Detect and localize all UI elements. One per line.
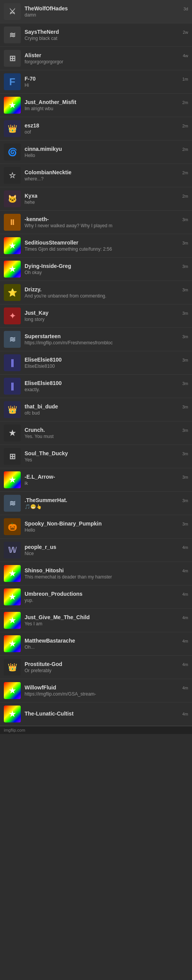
chat-item[interactable]: ★ Dying-Inside-Greg 3m Oh okay bbox=[0, 258, 192, 281]
chat-top: .TheSummerHat. 3m bbox=[25, 497, 188, 503]
chat-item[interactable]: ⭐ Drizzy. 3m And you're unbanned from co… bbox=[0, 281, 192, 304]
chat-item[interactable]: ☆ ColombianNecktie 2m where...? bbox=[0, 164, 192, 187]
chat-item[interactable]: 👑 esz18 2m oof bbox=[0, 117, 192, 140]
chat-item[interactable]: ★ Crunch. 3m Yes. You must bbox=[0, 421, 192, 445]
username: Drizzy. bbox=[25, 286, 41, 293]
chat-item[interactable]: ∥ EliseElsie8100 3m exactly. bbox=[0, 375, 192, 398]
chat-item[interactable]: ★ MatthewBastarache 4m Oh... bbox=[0, 632, 192, 656]
chat-content: -kenneth- 3m Why I never walked away? Wh… bbox=[25, 216, 188, 228]
last-message: https://imgflip.com/m/Freshmemesfrombloc bbox=[25, 340, 174, 345]
last-message: Times Gjon did something cute/funny: 2:5… bbox=[25, 246, 174, 252]
last-message: where...? bbox=[25, 176, 174, 182]
avatar: ≋ bbox=[4, 495, 21, 512]
chat-content: people_r_us 4m Nice bbox=[25, 544, 188, 556]
timestamp: 3m bbox=[182, 358, 188, 362]
username: TheWolfOfHades bbox=[25, 5, 68, 12]
chat-content: -E.L_Arrow- 3m ik bbox=[25, 474, 188, 486]
avatar: ★ bbox=[4, 612, 21, 629]
chat-top: cinna.mimikyu 2m bbox=[25, 146, 188, 152]
username: Alister bbox=[25, 52, 41, 58]
last-message: Hello bbox=[25, 153, 174, 158]
last-message: exactly. bbox=[25, 387, 174, 392]
avatar: ★ bbox=[4, 471, 21, 488]
chat-item[interactable]: ∥ EliseElsie8100 3m EliseElsie8100 bbox=[0, 351, 192, 375]
chat-top: Drizzy. 3m bbox=[25, 286, 188, 293]
timestamp: 3m bbox=[182, 264, 188, 269]
chat-item[interactable]: 𝕎 people_r_us 4m Nice bbox=[0, 539, 192, 562]
chat-item[interactable]: ★ -E.L_Arrow- 3m ik bbox=[0, 468, 192, 492]
chat-item[interactable]: ★ Just_Give_Me_The_Child 4m Yes I am bbox=[0, 609, 192, 632]
timestamp: 3m bbox=[182, 475, 188, 479]
chat-item[interactable]: ★ Just_Another_Misfit 2m Im alright wbu bbox=[0, 94, 192, 117]
chat-top: Soul_The_Ducky 3m bbox=[25, 450, 188, 456]
avatar: ⊞ bbox=[4, 50, 21, 67]
chat-item[interactable]: ≋ .TheSummerHat. 3m 🎵😁👆 bbox=[0, 492, 192, 515]
chat-item[interactable]: ★ Shinso_Hitoshi 4m This memechat is dea… bbox=[0, 562, 192, 585]
username: Prostitute-God bbox=[25, 661, 62, 667]
username: -kenneth- bbox=[25, 216, 49, 222]
timestamp: 4m bbox=[182, 615, 188, 620]
username: Umbreon_Productions bbox=[25, 591, 83, 597]
username: Dying-Inside-Greg bbox=[25, 263, 71, 269]
last-message: Hello bbox=[25, 527, 174, 533]
chat-content: The-Lunatic-Cultist 4m bbox=[25, 711, 188, 717]
chat-top: Alister 4w bbox=[25, 52, 188, 58]
chat-content: .TheSummerHat. 3m 🎵😁👆 bbox=[25, 497, 188, 509]
chat-item[interactable]: 👑 that_bi_dude 3m ofc bud bbox=[0, 398, 192, 421]
last-message: damn bbox=[25, 12, 174, 18]
chat-top: TheWolfOfHades 3d bbox=[25, 5, 188, 12]
footer-label: imgflip.com bbox=[4, 728, 25, 732]
chat-item[interactable]: ★ WillowfFluid 4m https://imgflip.com/m/… bbox=[0, 679, 192, 702]
username: cinna.mimikyu bbox=[25, 146, 62, 152]
chat-top: EliseElsie8100 3m bbox=[25, 380, 188, 386]
chat-top: Spooky_Non-Binary_Pumpkin 3m bbox=[25, 521, 188, 527]
chat-item[interactable]: F F-70 1m Hi bbox=[0, 70, 192, 94]
chat-item[interactable]: ✦ Just_Kay 3m long story bbox=[0, 304, 192, 328]
chat-content: MatthewBastarache 4m Oh... bbox=[25, 638, 188, 650]
avatar: 🎃 bbox=[4, 518, 21, 535]
chat-content: Alister 4w forgorgorgorgorgor bbox=[25, 52, 188, 64]
chat-item[interactable]: ★ The-Lunatic-Cultist 4m bbox=[0, 702, 192, 726]
chat-item[interactable]: 👑 Prostitute-God 4m Or preferably bbox=[0, 656, 192, 679]
chat-item[interactable]: ⊞ Alister 4w forgorgorgorgorgor bbox=[0, 47, 192, 70]
chat-item[interactable]: ≋ SaysTheNerd 2w Crying black cat bbox=[0, 23, 192, 47]
timestamp: 2m bbox=[182, 147, 188, 152]
chat-top: Just_Kay 3m bbox=[25, 310, 188, 316]
chat-content: TheWolfOfHades 3d damn bbox=[25, 5, 188, 18]
chat-item[interactable]: ★ SeditiousSteamroller 3m Times Gjon did… bbox=[0, 234, 192, 258]
last-message: yup. bbox=[25, 598, 174, 603]
last-message: Hi bbox=[25, 83, 174, 88]
chat-content: Prostitute-God 4m Or preferably bbox=[25, 661, 188, 673]
chat-content: WillowfFluid 4m https://imgflip.com/m/GS… bbox=[25, 684, 188, 697]
last-message: forgorgorgorgorgor bbox=[25, 59, 174, 64]
avatar: 👑 bbox=[4, 120, 21, 137]
chat-item[interactable]: ⊞ Soul_The_Ducky 3m Yes bbox=[0, 445, 192, 468]
last-message: Oh... bbox=[25, 645, 174, 650]
avatar: ≋ bbox=[4, 331, 21, 348]
username: Just_Give_Me_The_Child bbox=[25, 614, 90, 620]
username: SeditiousSteamroller bbox=[25, 240, 78, 246]
chat-top: F-70 1m bbox=[25, 76, 188, 82]
timestamp: 3m bbox=[182, 217, 188, 222]
chat-item[interactable]: ≋ Superstarteen 3m https://imgflip.com/m… bbox=[0, 328, 192, 351]
username: F-70 bbox=[25, 76, 36, 82]
chat-content: Just_Another_Misfit 2m Im alright wbu bbox=[25, 99, 188, 111]
chat-item[interactable]: 🐱 Kyxa 2m hehe bbox=[0, 187, 192, 211]
last-message: Im alright wbu bbox=[25, 106, 174, 111]
username: The-Lunatic-Cultist bbox=[25, 711, 74, 717]
chat-top: esz18 2m bbox=[25, 122, 188, 129]
chat-item[interactable]: 🌀 cinna.mimikyu 2m Hello bbox=[0, 140, 192, 164]
chat-top: -E.L_Arrow- 3m bbox=[25, 474, 188, 480]
avatar: F bbox=[4, 73, 21, 90]
chat-item[interactable]: 🎃 Spooky_Non-Binary_Pumpkin 3m Hello bbox=[0, 515, 192, 539]
chat-item[interactable]: ★ Umbreon_Productions 4m yup. bbox=[0, 585, 192, 609]
chat-item[interactable]: ⚔ TheWolfOfHades 3d damn bbox=[0, 0, 192, 23]
timestamp: 2m bbox=[182, 124, 188, 128]
chat-item[interactable]: ⏸ -kenneth- 3m Why I never walked away? … bbox=[0, 211, 192, 234]
chat-content: Dying-Inside-Greg 3m Oh okay bbox=[25, 263, 188, 275]
last-message: Nice bbox=[25, 551, 174, 556]
chat-top: Dying-Inside-Greg 3m bbox=[25, 263, 188, 269]
username: esz18 bbox=[25, 122, 39, 129]
timestamp: 2w bbox=[183, 30, 188, 35]
timestamp: 3m bbox=[182, 311, 188, 316]
